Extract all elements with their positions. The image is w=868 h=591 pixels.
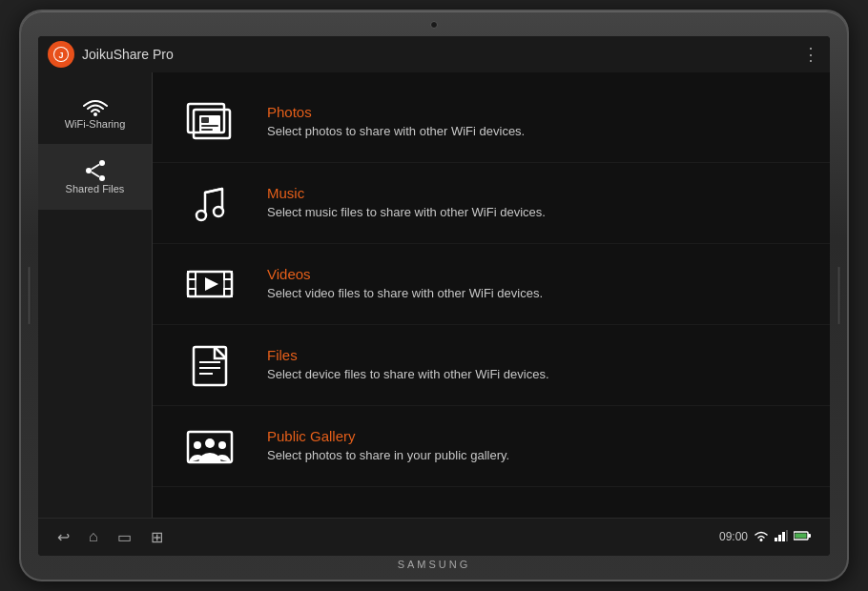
svg-point-5 xyxy=(99,175,105,181)
svg-point-32 xyxy=(194,441,201,449)
files-icon-wrapper xyxy=(172,336,248,394)
sidebar: WiFi-Sharing Shared Files xyxy=(38,72,153,518)
svg-point-2 xyxy=(93,112,97,116)
svg-point-34 xyxy=(760,539,763,541)
svg-text:J: J xyxy=(58,51,63,60)
svg-rect-40 xyxy=(808,534,811,538)
home-button[interactable]: ⌂ xyxy=(89,528,98,545)
svg-rect-41 xyxy=(796,533,807,538)
svg-rect-11 xyxy=(201,117,209,123)
files-desc: Select device files to share with other … xyxy=(267,367,811,383)
svg-rect-37 xyxy=(782,532,785,541)
svg-rect-35 xyxy=(775,538,777,541)
photos-text: Photos Select photos to share with other… xyxy=(267,104,811,140)
photos-icon xyxy=(184,96,236,148)
menu-item-files[interactable]: Files Select device files to share with … xyxy=(153,325,830,406)
videos-icon-wrapper xyxy=(172,255,248,313)
svg-line-6 xyxy=(92,164,99,169)
menu-item-gallery[interactable]: Public Gallery Select photos to share in… xyxy=(153,406,830,487)
content-area: Photos Select photos to share with other… xyxy=(153,72,830,518)
camera xyxy=(430,21,438,29)
grid-button[interactable]: ⊞ xyxy=(151,528,163,546)
files-title: Files xyxy=(267,347,811,363)
main-content: WiFi-Sharing Shared Files xyxy=(38,72,830,518)
app-logo: J xyxy=(48,41,74,68)
signal-icon xyxy=(775,530,788,544)
recents-button[interactable]: ▭ xyxy=(117,528,132,546)
menu-button[interactable]: ⋮ xyxy=(802,44,820,65)
videos-icon xyxy=(184,258,236,310)
svg-marker-24 xyxy=(205,277,218,291)
wifi-icon xyxy=(81,95,110,118)
wifi-status-icon xyxy=(754,530,769,544)
back-button[interactable]: ↩ xyxy=(57,528,70,546)
app-title: JoikuShare Pro xyxy=(82,47,802,62)
videos-title: Videos xyxy=(267,266,811,282)
svg-point-4 xyxy=(86,168,92,173)
menu-item-videos[interactable]: Videos Select video files to share with … xyxy=(153,244,830,325)
svg-rect-36 xyxy=(778,535,781,541)
svg-point-3 xyxy=(99,160,105,166)
music-text: Music Select music files to share with o… xyxy=(267,185,811,221)
menu-item-photos[interactable]: Photos Select photos to share with other… xyxy=(153,82,830,163)
menu-item-music[interactable]: Music Select music files to share with o… xyxy=(153,163,830,244)
sidebar-label-shared: Shared Files xyxy=(66,183,125,195)
battery-icon xyxy=(794,530,811,544)
sidebar-item-wifi-sharing[interactable]: WiFi-Sharing xyxy=(38,82,152,145)
videos-text: Videos Select video files to share with … xyxy=(267,266,811,302)
photos-icon-wrapper xyxy=(172,93,248,151)
gallery-icon-wrapper xyxy=(172,418,248,475)
files-text: Files Select device files to share with … xyxy=(267,347,811,383)
speaker-left xyxy=(27,267,31,324)
svg-rect-26 xyxy=(194,347,213,358)
svg-line-16 xyxy=(205,189,222,193)
screen: J JoikuShare Pro ⋮ xyxy=(38,36,830,556)
music-icon xyxy=(184,177,236,229)
share-icon xyxy=(83,158,108,183)
videos-desc: Select video files to share with other W… xyxy=(267,286,811,302)
svg-point-33 xyxy=(218,441,226,449)
photos-title: Photos xyxy=(267,104,811,120)
gallery-text: Public Gallery Select photos to share in… xyxy=(267,428,811,464)
gallery-icon xyxy=(184,420,236,472)
status-right: 09:00 xyxy=(719,530,811,544)
svg-line-7 xyxy=(92,172,99,176)
music-title: Music xyxy=(267,185,811,201)
photos-desc: Select photos to share with other WiFi d… xyxy=(267,124,811,140)
sidebar-item-shared-files[interactable]: Shared Files xyxy=(38,145,152,210)
brand-label: SAMSUNG xyxy=(398,559,471,570)
app-logo-inner: J xyxy=(53,47,69,62)
svg-rect-38 xyxy=(786,530,788,541)
bottom-bar: ↩ ⌂ ▭ ⊞ 09:00 xyxy=(38,518,830,556)
gallery-desc: Select photos to share in your public ga… xyxy=(267,448,811,464)
gallery-title: Public Gallery xyxy=(267,428,811,444)
svg-point-14 xyxy=(196,211,206,220)
top-bar: J JoikuShare Pro ⋮ xyxy=(38,36,830,72)
speaker-right xyxy=(837,267,841,324)
svg-rect-13 xyxy=(201,129,213,131)
sidebar-label-wifi: WiFi-Sharing xyxy=(65,118,126,131)
files-icon xyxy=(184,339,236,391)
svg-point-15 xyxy=(214,207,223,216)
tablet-device: J JoikuShare Pro ⋮ xyxy=(19,10,849,581)
nav-icons-left: ↩ ⌂ ▭ ⊞ xyxy=(57,528,163,546)
music-desc: Select music files to share with other W… xyxy=(267,205,811,221)
music-icon-wrapper xyxy=(172,174,248,232)
svg-point-31 xyxy=(205,438,215,448)
time-display: 09:00 xyxy=(719,530,748,543)
svg-rect-12 xyxy=(201,125,218,127)
